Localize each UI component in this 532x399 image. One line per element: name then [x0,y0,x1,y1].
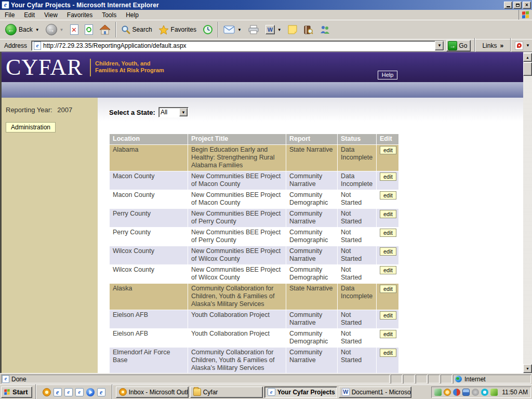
antivirus-icon[interactable] [434,389,442,396]
menu-file[interactable]: File [0,10,19,20]
links-label[interactable]: Links [482,42,497,49]
column-header-edit: Edit [377,134,398,144]
messenger-button[interactable] [316,21,333,38]
cell-project-title: Community Collaboration for Children, Yo… [188,348,286,373]
statusbar-panel [441,375,452,383]
cell-project-title: Community Collaboration for Children, Yo… [188,284,286,310]
history-icon [203,24,213,35]
chevron-down-icon[interactable]: ▼ [179,108,188,116]
edit-button[interactable]: edit [380,266,396,274]
menu-favorites[interactable]: Favorites [62,10,97,20]
search-icon [121,25,130,34]
home-button[interactable] [96,21,114,38]
state-select[interactable]: All ▼ [158,107,189,117]
scroll-down-icon[interactable]: ▼ [523,364,532,373]
edit-button[interactable]: edit [380,285,396,293]
cell-status: Not Started [338,209,376,227]
cell-location: Perry County [110,228,188,246]
history-button[interactable] [200,21,216,38]
cell-status: Data Incomplete [338,145,376,171]
media-player-icon[interactable] [86,388,95,396]
page-status-icon: e [2,375,9,383]
column-header-project-title: Project Title [188,134,286,144]
cell-report: Community Demographic [286,265,337,283]
table-row: AlaskaCommunity Collaboration for Childr… [110,284,398,310]
address-input[interactable]: e http://72.29.23.35/ReportingApplicatio… [31,41,444,51]
scroll-up-icon[interactable]: ▲ [523,53,532,62]
discuss-note-button[interactable] [285,21,300,38]
internet-explorer-icon[interactable]: e [97,388,105,396]
taskbar-clock: 11:50 AM [502,389,528,396]
display-icon[interactable] [490,389,498,396]
edit-button[interactable]: edit [380,349,396,357]
edit-button[interactable]: edit [380,311,396,320]
cell-edit: edit [377,209,398,227]
stop-button[interactable]: ✕ [67,21,82,38]
address-dropdown-button[interactable]: ▼ [435,41,444,50]
start-button[interactable]: Start [1,387,32,398]
network-icon[interactable] [462,389,470,396]
ie-document-icon[interactable]: e [75,388,84,396]
edit-button[interactable]: edit [380,229,396,237]
vertical-scrollbar[interactable]: ▲ ▼ [523,52,532,373]
menu-help[interactable]: Help [121,10,143,20]
edit-button[interactable]: edit [380,146,396,154]
outlook-launch-icon[interactable] [43,388,51,396]
task-button-document1-microsoft[interactable]: WDocument1 - Microsoft... [339,387,411,398]
edit-button[interactable]: edit [380,210,396,218]
statusbar-panel [391,375,402,383]
edit-with-word-button[interactable]: W ▼ [262,21,285,38]
favorites-button[interactable]: Favorites [155,21,200,38]
projects-table-body: AlabamaBegin Education Early and Healthy… [110,145,398,373]
stop-icon: ✕ [70,24,78,35]
quicktime-icon[interactable] [481,389,488,396]
cell-report: Community Demographic [286,329,337,347]
cell-edit: edit [377,190,398,208]
adobe-acrobat-icon[interactable] [515,42,523,50]
back-button[interactable]: ← Back ▼ [2,21,43,38]
scrollbar-thumb[interactable] [523,62,532,76]
statusbar-panel [416,375,427,383]
edit-button[interactable]: edit [380,330,396,338]
forward-icon: → [46,24,57,35]
edit-button[interactable]: edit [380,191,396,200]
cell-report: Community Narrative [286,209,337,227]
address-label: Address [2,42,29,49]
mail-button[interactable]: ▼ [220,21,245,38]
edit-button[interactable]: edit [380,172,396,181]
refresh-icon [85,24,93,35]
column-header-location: Location [110,134,188,144]
browser-viewport: CYFAR Children, Youth, and Families At R… [0,52,532,373]
go-button[interactable]: → Go [446,40,471,51]
ie-channels-icon[interactable]: e [54,388,62,396]
search-button[interactable]: Search [118,21,155,38]
clock-icon[interactable] [444,389,451,396]
cell-edit: edit [377,228,398,246]
sync-icon[interactable] [453,389,460,396]
cell-location: Perry County [110,209,188,227]
minimize-button[interactable] [504,2,512,9]
close-button[interactable]: × [523,2,531,9]
forward-button[interactable]: → ▼ [43,21,67,38]
task-button-inbox-microsoft-outl[interactable]: Inbox - Microsoft Outl... [116,387,189,398]
menu-edit[interactable]: Edit [19,10,39,20]
windows-flag-icon [4,389,9,395]
edit-button[interactable]: edit [380,247,396,256]
refresh-button[interactable] [82,21,96,38]
research-button[interactable] [300,21,316,38]
cell-status: Not Started [338,310,376,328]
menu-tools[interactable]: Tools [97,10,121,20]
task-button-cyfar[interactable]: Cyfar [190,387,263,398]
administration-button[interactable]: Administration [6,122,56,132]
statusbar-panel [428,375,440,383]
acrobat-dropdown-caret[interactable]: ▼ [526,43,530,48]
volume-icon[interactable] [472,389,479,396]
menu-view[interactable]: View [39,10,62,20]
ie-document-icon[interactable]: e [64,388,73,396]
print-button[interactable] [245,21,262,38]
internet-globe-icon [455,376,462,382]
task-button-your-cyfar-projects[interactable]: eYour Cyfar Projects ... [264,387,337,398]
restore-button[interactable] [513,2,522,9]
help-button[interactable]: Help [378,71,397,79]
links-chevron[interactable]: » [500,42,503,49]
